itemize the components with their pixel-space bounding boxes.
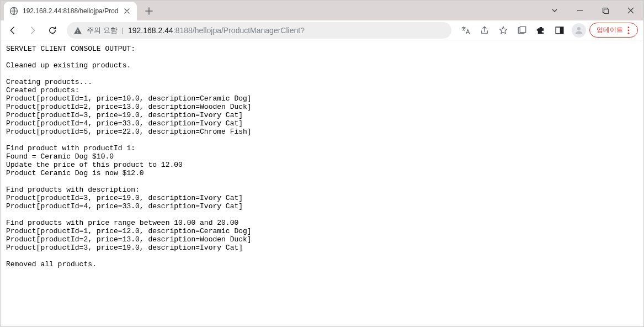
toolbar-right-icons: 업데이트 bbox=[457, 22, 640, 39]
window-controls bbox=[542, 1, 643, 20]
bookmark-icon[interactable] bbox=[494, 22, 512, 39]
tab-close-button[interactable] bbox=[123, 7, 131, 15]
maximize-button[interactable] bbox=[593, 1, 618, 20]
globe-icon bbox=[9, 7, 18, 15]
svg-point-11 bbox=[628, 29, 630, 31]
reload-button[interactable] bbox=[44, 22, 61, 39]
url-text: 192.168.2.44:8188/hellojpa/ProductManage… bbox=[128, 26, 305, 35]
share-icon[interactable] bbox=[476, 22, 493, 39]
url-port: :8188 bbox=[173, 26, 193, 35]
chevron-down-icon[interactable] bbox=[542, 1, 567, 20]
console-output: SERVLET CLIENT CONSOLE OUTPUT: Cleaned u… bbox=[1, 40, 643, 273]
svg-rect-8 bbox=[560, 27, 563, 34]
new-tab-button[interactable] bbox=[141, 3, 157, 19]
back-button[interactable] bbox=[4, 22, 22, 39]
svg-rect-6 bbox=[520, 27, 526, 33]
svg-point-12 bbox=[628, 32, 630, 34]
address-bar[interactable]: 주의 요함 | 192.168.2.44:8188/hellojpa/Produ… bbox=[67, 22, 451, 39]
url-path: /hellojpa/ProductManagerClient? bbox=[193, 26, 305, 35]
separator: | bbox=[122, 26, 124, 34]
svg-point-10 bbox=[628, 27, 630, 28]
svg-point-9 bbox=[577, 27, 581, 30]
menu-dots-icon bbox=[625, 27, 632, 34]
not-secure-icon bbox=[73, 26, 82, 35]
svg-rect-4 bbox=[77, 32, 78, 33]
svg-rect-2 bbox=[604, 9, 609, 14]
side-panel-icon[interactable] bbox=[551, 22, 568, 39]
close-window-button[interactable] bbox=[618, 1, 643, 20]
url-host: 192.168.2.44 bbox=[128, 26, 173, 35]
profile-avatar[interactable] bbox=[572, 23, 586, 38]
svg-rect-3 bbox=[77, 29, 78, 31]
reading-list-icon[interactable] bbox=[513, 22, 531, 39]
security-warning-label: 주의 요함 bbox=[87, 25, 118, 35]
tab-title: 192.168.2.44:8188/hellojpa/Prod bbox=[23, 7, 118, 15]
browser-toolbar: 주의 요함 | 192.168.2.44:8188/hellojpa/Produ… bbox=[1, 20, 643, 40]
browser-titlebar: 192.168.2.44:8188/hellojpa/Prod bbox=[1, 1, 643, 20]
extensions-icon[interactable] bbox=[532, 22, 550, 39]
update-button[interactable]: 업데이트 bbox=[589, 23, 638, 38]
browser-tab[interactable]: 192.168.2.44:8188/hellojpa/Prod bbox=[4, 2, 137, 20]
minimize-button[interactable] bbox=[567, 1, 593, 20]
translate-icon[interactable] bbox=[457, 22, 475, 39]
update-label: 업데이트 bbox=[597, 25, 623, 35]
forward-button[interactable] bbox=[24, 22, 41, 39]
